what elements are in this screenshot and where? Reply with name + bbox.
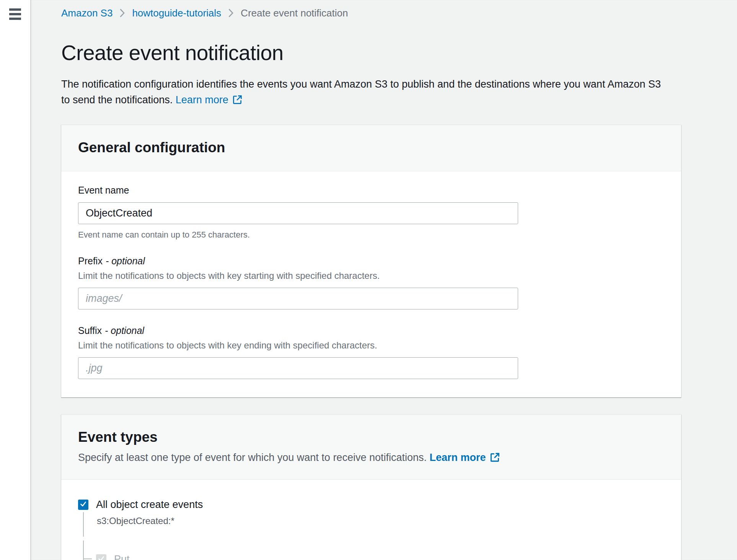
prefix-label: Prefix- optional — [78, 255, 664, 267]
learn-more-label: Learn more — [430, 452, 486, 463]
put-event-checkbox[interactable] — [96, 554, 106, 560]
put-event-row: Put — [96, 553, 664, 560]
breadcrumb-current: Create event notification — [241, 7, 348, 19]
all-object-create-events-checkbox[interactable] — [78, 500, 88, 510]
general-configuration-body: Event name Event name can contain up to … — [61, 171, 681, 397]
suffix-description: Limit the notifications to objects with … — [78, 340, 664, 351]
event-name-helper: Event name can contain up to 255 charact… — [78, 230, 664, 240]
main-content: Amazon S3 howtoguide-tutorials Create ev… — [30, 0, 737, 560]
event-name-field-group: Event name Event name can contain up to … — [78, 184, 664, 240]
suffix-field-group: Suffix- optional Limit the notifications… — [78, 325, 664, 379]
event-types-body: All object create events s3:ObjectCreate… — [61, 480, 681, 560]
checkmark-icon — [80, 500, 87, 509]
suffix-input[interactable] — [78, 357, 518, 379]
event-name-label-text: Event name — [78, 185, 129, 195]
event-types-title: Event types — [78, 429, 664, 445]
event-name-label: Event name — [78, 184, 664, 196]
all-object-create-events-row: All object create events — [78, 499, 664, 511]
event-types-header: Event types Specify at least one type of… — [61, 415, 681, 480]
checkmark-icon — [98, 555, 105, 560]
suffix-label-text: Suffix — [78, 325, 102, 336]
event-types-learn-more-link[interactable]: Learn more — [430, 452, 500, 463]
general-configuration-panel: General configuration Event name Event n… — [61, 125, 681, 397]
event-types-panel: Event types Specify at least one type of… — [61, 414, 681, 560]
left-sidebar-rail — [0, 0, 30, 560]
page-title: Create event notification — [61, 41, 737, 65]
event-name-input[interactable] — [78, 202, 518, 224]
breadcrumb: Amazon S3 howtoguide-tutorials Create ev… — [61, 6, 737, 20]
put-event-label: Put — [114, 553, 130, 560]
learn-more-link[interactable]: Learn more — [176, 94, 243, 106]
page-description: The notification configuration identifie… — [61, 77, 666, 108]
page-description-text: The notification configuration identifie… — [61, 78, 661, 106]
hamburger-menu-button[interactable] — [8, 6, 22, 22]
prefix-field-group: Prefix- optional Limit the notifications… — [78, 255, 664, 309]
prefix-optional-text: - optional — [106, 256, 145, 266]
external-link-icon — [228, 94, 243, 106]
event-types-description: Specify at least one type of event for w… — [78, 451, 664, 464]
breadcrumb-link-amazon-s3[interactable]: Amazon S3 — [61, 7, 113, 19]
suffix-label: Suffix- optional — [78, 325, 664, 337]
learn-more-label: Learn more — [176, 94, 228, 106]
general-configuration-title: General configuration — [78, 140, 664, 156]
app-root: Amazon S3 howtoguide-tutorials Create ev… — [0, 0, 737, 560]
event-types-children: Put s3:ObjectCreated:Put — [83, 540, 664, 560]
breadcrumb-link-bucket[interactable]: howtoguide-tutorials — [132, 7, 221, 19]
general-configuration-header: General configuration — [61, 125, 681, 171]
chevron-right-icon — [119, 8, 125, 18]
suffix-optional-text: - optional — [105, 325, 144, 336]
prefix-description: Limit the notifications to objects with … — [78, 270, 664, 282]
tree-connector-line — [84, 558, 92, 559]
all-object-create-events-code: s3:ObjectCreated:* — [83, 512, 664, 537]
prefix-input[interactable] — [78, 288, 518, 309]
all-object-create-events-label[interactable]: All object create events — [96, 499, 203, 511]
chevron-right-icon — [228, 8, 234, 18]
hamburger-icon — [9, 8, 21, 20]
event-types-description-text: Specify at least one type of event for w… — [78, 452, 427, 463]
external-link-icon — [486, 452, 500, 463]
prefix-label-text: Prefix — [78, 256, 103, 266]
